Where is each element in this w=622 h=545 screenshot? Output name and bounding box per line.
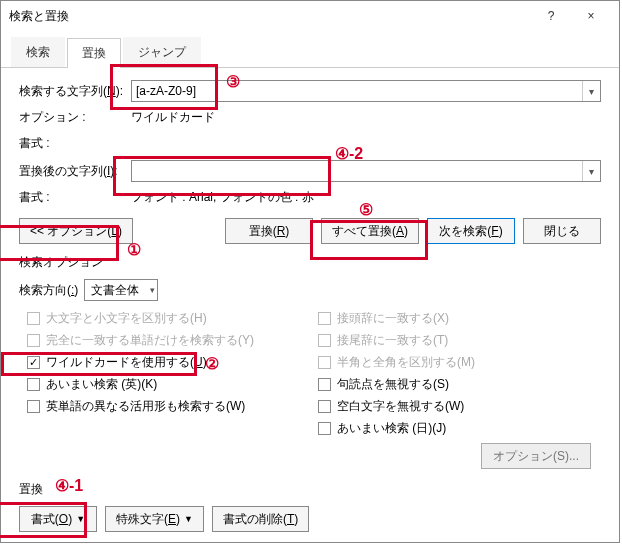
chk-word-forms[interactable]: 英単語の異なる活用形も検索する(W): [27, 398, 310, 415]
find-next-button[interactable]: 次を検索(F): [427, 218, 515, 244]
search-direction-label: 検索方向(:): [19, 282, 78, 299]
chk-whole-word: 完全に一致する単語だけを検索する(Y): [27, 332, 310, 349]
find-label: 検索する文字列(N):: [19, 83, 131, 100]
search-direction-select[interactable]: 文書全体 ▾: [84, 279, 158, 301]
chevron-down-icon: ▼: [184, 514, 193, 524]
chk-half-full: 半角と全角を区別する(M): [318, 354, 601, 371]
options-toggle-button[interactable]: << オプション(L): [19, 218, 133, 244]
replace-section-label: 置換: [19, 481, 601, 498]
replace-format-info: フォント : Arial, フォントの色 : 赤: [131, 189, 314, 206]
chk-match-case: 大文字と小文字を区別する(H): [27, 310, 310, 327]
replace-all-button[interactable]: すべて置換(A): [321, 218, 419, 244]
replace-button[interactable]: 置換(R): [225, 218, 313, 244]
chk-ignore-punct[interactable]: 句読点を無視する(S): [318, 376, 601, 393]
options-label: オプション :: [19, 109, 131, 126]
close-window-button[interactable]: ×: [571, 2, 611, 30]
tab-bar: 検索 置換 ジャンプ: [1, 37, 619, 68]
replace-input[interactable]: ▾: [131, 160, 601, 182]
chevron-down-icon: ▾: [150, 285, 155, 295]
chevron-down-icon[interactable]: ▾: [582, 161, 600, 181]
chk-fuzzy-jp[interactable]: あいまい検索 (日)(J): [318, 420, 601, 437]
tab-search[interactable]: 検索: [11, 37, 65, 67]
format-label-find: 書式 :: [19, 135, 131, 152]
window-title: 検索と置換: [9, 8, 531, 25]
help-button[interactable]: ?: [531, 2, 571, 30]
replace-label: 置換後の文字列(I):: [19, 163, 131, 180]
chk-wildcard[interactable]: ✓ワイルドカードを使用する(U): [27, 354, 310, 371]
tab-jump[interactable]: ジャンプ: [123, 37, 201, 67]
options-value: ワイルドカード: [131, 109, 215, 126]
chk-fuzzy-en[interactable]: あいまい検索 (英)(K): [27, 376, 310, 393]
search-options-title: 検索オプション: [19, 254, 601, 271]
special-char-button[interactable]: 特殊文字(E)▼: [105, 506, 204, 532]
format-button[interactable]: 書式(O)▼: [19, 506, 97, 532]
chk-ignore-white[interactable]: 空白文字を無視する(W): [318, 398, 601, 415]
chevron-down-icon[interactable]: ▾: [582, 81, 600, 101]
format-label-replace: 書式 :: [19, 189, 131, 206]
find-input[interactable]: [a-zA-Z0-9] ▾: [131, 80, 601, 102]
no-format-button[interactable]: 書式の削除(T): [212, 506, 309, 532]
chk-prefix: 接頭辞に一致する(X): [318, 310, 601, 327]
chevron-down-icon: ▼: [76, 514, 85, 524]
chk-suffix: 接尾辞に一致する(T): [318, 332, 601, 349]
close-button[interactable]: 閉じる: [523, 218, 601, 244]
find-input-value: [a-zA-Z0-9]: [136, 84, 196, 98]
fuzzy-options-button: オプション(S)...: [481, 443, 591, 469]
tab-replace[interactable]: 置換: [67, 38, 121, 68]
